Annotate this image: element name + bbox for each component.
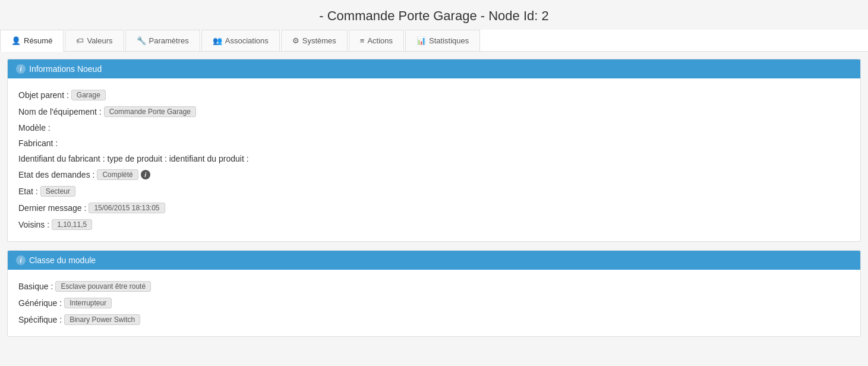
tab-systemes-label: Systèmes	[302, 36, 336, 45]
classe-module-body: Basique : Esclave pouvant être routé Gén…	[8, 270, 860, 336]
main-content: i Informations Noeud Objet parent : Gara…	[0, 52, 868, 352]
tab-valeurs[interactable]: 🏷 Valeurs	[65, 30, 124, 51]
tab-parametres-label: Paramètres	[149, 36, 189, 45]
tab-bar: 👤 Résumé 🏷 Valeurs 🔧 Paramètres 👥 Associ…	[0, 30, 868, 52]
objet-parent-value: Garage	[71, 90, 106, 100]
classe-info-icon: i	[16, 255, 26, 265]
info-noeud-body: Objet parent : Garage Nom de l'équipemen…	[8, 78, 860, 241]
dernier-message-label: Dernier message :	[18, 203, 86, 213]
basique-value: Esclave pouvant être routé	[55, 281, 151, 292]
dernier-message-row: Dernier message : 15/06/2015 18:13:05	[18, 200, 850, 216]
page-title: - Commande Porte Garage - Node Id: 2	[0, 0, 868, 30]
info-noeud-title: Informations Noeud	[29, 64, 102, 74]
classe-module-title: Classe du module	[29, 255, 96, 265]
etat-demandes-value: Complété	[97, 169, 138, 180]
specifique-value: Binary Power Switch	[64, 314, 140, 325]
info-noeud-header: i Informations Noeud	[8, 59, 860, 78]
wrench-icon: 🔧	[137, 36, 146, 45]
identifiant-row: Identifiant du fabricant : type de produ…	[18, 151, 850, 166]
etat-demandes-label: Etat des demandes :	[18, 170, 94, 179]
voisins-label: Voisins :	[18, 220, 49, 229]
tag-icon: 🏷	[76, 36, 84, 45]
basique-label: Basique :	[18, 282, 53, 291]
specifique-label: Spécifique :	[18, 315, 62, 324]
specifique-row: Spécifique : Binary Power Switch	[18, 311, 850, 328]
etat-demandes-info-icon[interactable]: i	[141, 170, 150, 179]
classe-module-header: i Classe du module	[8, 251, 860, 270]
nom-equipement-label: Nom de l'équipement :	[18, 107, 102, 116]
fabricant-row: Fabricant :	[18, 135, 850, 151]
info-noeud-card: i Informations Noeud Objet parent : Gara…	[7, 59, 861, 242]
etat-demandes-row: Etat des demandes : Complété i	[18, 166, 850, 183]
etat-row: Etat : Secteur	[18, 183, 850, 200]
objet-parent-row: Objet parent : Garage	[18, 87, 850, 103]
voisins-row: Voisins : 1,10,11,5	[18, 216, 850, 233]
modele-label: Modèle :	[18, 123, 50, 132]
list-icon: ≡	[360, 36, 365, 45]
tab-actions-label: Actions	[367, 36, 393, 45]
fabricant-label: Fabricant :	[18, 138, 58, 148]
chart-icon: 📊	[416, 36, 426, 45]
gear-icon: ⚙	[292, 36, 299, 45]
person-icon: 👤	[11, 36, 21, 45]
tab-statistiques-label: Statistiques	[429, 36, 469, 45]
generique-value: Interrupteur	[64, 298, 112, 308]
generique-label: Générique :	[18, 298, 62, 308]
classe-module-card: i Classe du module Basique : Esclave pou…	[7, 250, 861, 337]
etat-value: Secteur	[40, 186, 75, 197]
objet-parent-label: Objet parent :	[18, 90, 69, 100]
modele-row: Modèle :	[18, 120, 850, 135]
tab-actions[interactable]: ≡ Actions	[349, 30, 404, 51]
tab-resume-label: Résumé	[24, 36, 52, 45]
etat-label: Etat :	[18, 187, 38, 196]
tab-valeurs-label: Valeurs	[87, 36, 112, 45]
tab-resume[interactable]: 👤 Résumé	[0, 30, 64, 52]
tab-associations[interactable]: 👥 Associations	[201, 30, 280, 51]
generique-row: Générique : Interrupteur	[18, 295, 850, 311]
users-icon: 👥	[213, 36, 222, 45]
voisins-value: 1,10,11,5	[52, 219, 92, 230]
nom-equipement-row: Nom de l'équipement : Commande Porte Gar…	[18, 103, 850, 120]
tab-statistiques[interactable]: 📊 Statistiques	[405, 30, 480, 51]
info-icon: i	[16, 64, 26, 74]
nom-equipement-value: Commande Porte Garage	[104, 106, 196, 117]
identifiant-label: Identifiant du fabricant : type de produ…	[18, 154, 249, 163]
dernier-message-value: 15/06/2015 18:13:05	[89, 203, 165, 213]
tab-associations-label: Associations	[225, 36, 269, 45]
basique-row: Basique : Esclave pouvant être routé	[18, 278, 850, 295]
tab-systemes[interactable]: ⚙ Systèmes	[281, 30, 348, 51]
tab-parametres[interactable]: 🔧 Paramètres	[125, 30, 200, 51]
